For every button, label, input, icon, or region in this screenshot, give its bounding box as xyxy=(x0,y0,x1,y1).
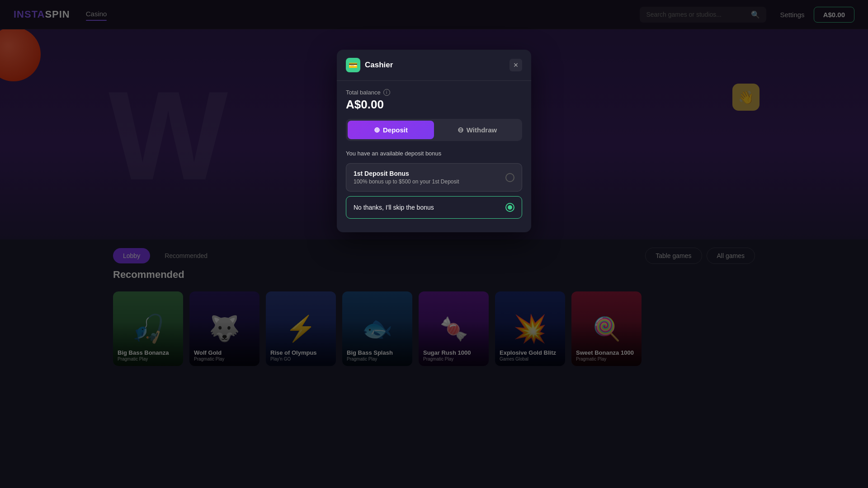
bonus-option-desc: 100% bonus up to $500 on your 1st Deposi… xyxy=(354,178,459,185)
skip-bonus-radio[interactable] xyxy=(505,203,514,212)
balance-amount: A$0.00 xyxy=(346,98,522,112)
bonus-option-title: 1st Deposit Bonus xyxy=(354,170,459,177)
close-dialog-button[interactable]: × xyxy=(509,59,522,71)
deposit-withdraw-tabs: ⊕ Deposit ⊖ Withdraw xyxy=(346,119,522,141)
cashier-dialog: 💳 Cashier × Total balance i A$0.00 ⊕ Dep… xyxy=(337,50,531,232)
bonus-available-notice: You have an available deposit bonus xyxy=(346,150,522,157)
deposit-icon: ⊕ xyxy=(374,126,380,134)
deposit-tab[interactable]: ⊕ Deposit xyxy=(348,121,434,139)
radio-selected-dot xyxy=(508,205,512,210)
skip-bonus-option[interactable]: No thanks, I'll skip the bonus xyxy=(346,196,522,219)
dialog-header: 💳 Cashier × xyxy=(337,50,531,81)
dialog-body: Total balance i A$0.00 ⊕ Deposit ⊖ Withd… xyxy=(337,81,531,219)
first-deposit-bonus-option[interactable]: 1st Deposit Bonus 100% bonus up to $500 … xyxy=(346,163,522,192)
cashier-icon: 💳 xyxy=(346,58,360,72)
bonus-option-info: 1st Deposit Bonus 100% bonus up to $500 … xyxy=(354,170,459,185)
dialog-title: Cashier xyxy=(365,61,509,70)
withdraw-icon: ⊖ xyxy=(458,126,463,134)
skip-bonus-text: No thanks, I'll skip the bonus xyxy=(354,204,434,211)
withdraw-tab[interactable]: ⊖ Withdraw xyxy=(434,121,520,139)
info-icon[interactable]: i xyxy=(383,89,390,96)
bonus-option-radio[interactable] xyxy=(505,173,514,182)
balance-label: Total balance i xyxy=(346,89,522,96)
